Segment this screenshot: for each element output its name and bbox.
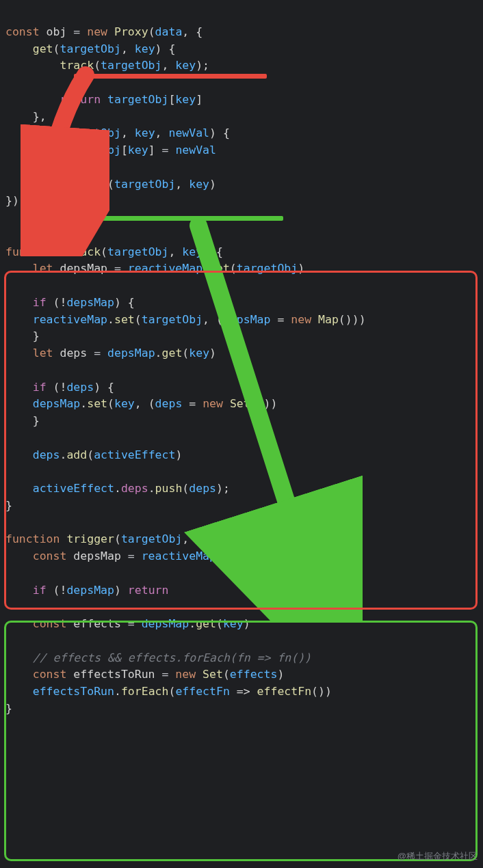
watermark-text: @稀土掘金技术社区: [397, 850, 478, 863]
keyword: const: [5, 25, 40, 38]
trigger-underline: [77, 216, 283, 221]
code-block: const obj = new Proxy(data, { get(target…: [0, 0, 483, 724]
track-underline: [74, 74, 267, 79]
